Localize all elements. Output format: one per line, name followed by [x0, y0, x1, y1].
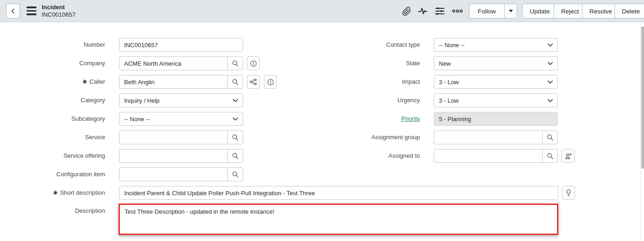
company-input[interactable]	[119, 57, 227, 70]
category-select[interactable]: Inquiry / Help	[119, 93, 243, 107]
assigned-to-input[interactable]	[434, 149, 542, 162]
priority-label-link[interactable]: Priority	[401, 115, 420, 122]
search-icon	[546, 152, 554, 160]
chevron-down-icon	[547, 62, 553, 66]
assigned-to-lookup-button[interactable]	[542, 149, 557, 162]
person-add-icon	[564, 152, 572, 160]
record-number: INC0010657	[42, 11, 75, 19]
follow-dropdown-button[interactable]	[504, 4, 517, 18]
impact-label: Impact	[327, 75, 420, 89]
caret-down-icon	[509, 10, 513, 12]
assignment-group-field	[434, 130, 558, 144]
service-offering-field	[119, 149, 243, 163]
reject-button[interactable]: Reject	[554, 4, 586, 19]
service-field	[119, 130, 243, 144]
service-input[interactable]	[119, 131, 227, 144]
caller-field	[119, 75, 243, 89]
state-label: State	[327, 56, 420, 70]
search-icon	[231, 170, 239, 179]
description-text: Test Three Description - updated in the …	[120, 205, 557, 218]
description-label: Description	[13, 204, 105, 218]
more-dots-icon	[451, 5, 463, 17]
impact-select[interactable]: 3 - Low	[434, 75, 558, 89]
service-label: Service	[13, 130, 105, 144]
required-icon: ✱	[82, 79, 87, 85]
search-icon	[546, 133, 554, 142]
configuration-item-label: Configuration item	[13, 167, 105, 181]
info-icon	[267, 78, 275, 86]
chevron-down-icon	[547, 43, 553, 47]
caller-hierarchy-button[interactable]	[247, 75, 260, 89]
urgency-label: Urgency	[327, 93, 420, 107]
service-offering-input[interactable]	[119, 149, 227, 162]
subcategory-select[interactable]: -- None --	[119, 112, 243, 126]
configuration-item-lookup-button[interactable]	[227, 168, 243, 181]
description-textarea[interactable]: Test Three Description - updated in the …	[119, 204, 558, 235]
priority-readonly-field: 5 - Planning	[434, 112, 558, 126]
urgency-select[interactable]: 3 - Low	[434, 93, 558, 107]
search-icon	[231, 133, 239, 142]
follow-button[interactable]: Follow	[469, 4, 504, 18]
record-title: Incident INC0010657	[42, 3, 75, 19]
assign-to-me-button[interactable]	[562, 149, 575, 163]
number-input[interactable]	[119, 38, 243, 51]
org-chart-icon	[250, 78, 257, 86]
sliders-icon	[434, 6, 445, 17]
short-description-label: ✱Short description	[13, 186, 105, 200]
short-description-field	[119, 186, 558, 200]
caller-lookup-button[interactable]	[227, 75, 243, 88]
assignment-group-input[interactable]	[434, 131, 542, 144]
context-menu-icon[interactable]	[26, 6, 37, 15]
company-field	[119, 56, 243, 70]
short-description-input[interactable]	[119, 186, 558, 199]
activity-stream-button[interactable]	[417, 6, 428, 17]
chevron-down-icon	[547, 80, 553, 84]
assignment-group-lookup-button[interactable]	[542, 131, 557, 144]
state-select[interactable]: New	[434, 56, 558, 70]
contact-type-label: Contact type	[327, 38, 420, 52]
company-lookup-button[interactable]	[227, 57, 243, 70]
more-options-button[interactable]	[452, 6, 463, 17]
company-label: Company	[13, 56, 105, 70]
required-icon: ✱	[53, 190, 57, 196]
delete-button[interactable]: Delete	[614, 4, 644, 19]
form-header-bar: Incident INC0010657	[0, 0, 644, 22]
scrollbar-thumb[interactable]	[641, 26, 644, 169]
chevron-down-icon	[547, 99, 553, 103]
number-label: Number	[13, 38, 105, 52]
configuration-item-field	[119, 167, 243, 181]
attachment-button[interactable]	[401, 6, 412, 17]
info-icon	[250, 60, 257, 68]
incident-form-page: Incident INC0010657	[0, 0, 644, 241]
chevron-down-icon	[232, 117, 238, 121]
assignment-group-label: Assignment group	[327, 130, 420, 144]
search-icon	[231, 78, 239, 86]
service-offering-lookup-button[interactable]	[227, 149, 243, 162]
configuration-item-input[interactable]	[119, 168, 227, 181]
assigned-to-label: Assigned to	[327, 149, 420, 163]
vertical-scrollbar[interactable]	[640, 22, 644, 241]
personalize-form-button[interactable]	[434, 6, 445, 17]
resolve-button[interactable]: Resolve	[582, 4, 619, 19]
suggestion-button[interactable]	[562, 186, 575, 200]
search-icon	[231, 152, 239, 160]
caller-preview-button[interactable]	[264, 75, 277, 89]
chevron-down-icon	[232, 99, 238, 103]
priority-label: Priority	[327, 112, 420, 126]
assigned-to-field	[434, 149, 558, 163]
category-label: Category	[13, 93, 105, 107]
lightbulb-icon	[565, 189, 572, 197]
company-preview-button[interactable]	[247, 56, 260, 70]
caller-label: ✱Caller	[13, 75, 105, 89]
service-lookup-button[interactable]	[227, 131, 243, 144]
subcategory-label: Subcategory	[13, 112, 105, 126]
paperclip-icon	[402, 6, 412, 16]
update-button[interactable]: Update	[522, 4, 557, 19]
contact-type-select[interactable]: -- None --	[434, 38, 558, 52]
back-button[interactable]	[6, 4, 20, 19]
service-offering-label: Service offering	[13, 149, 105, 163]
record-type: Incident	[42, 3, 75, 11]
search-icon	[231, 59, 239, 68]
follow-split-button: Follow	[469, 4, 517, 19]
caller-input[interactable]	[119, 75, 227, 88]
